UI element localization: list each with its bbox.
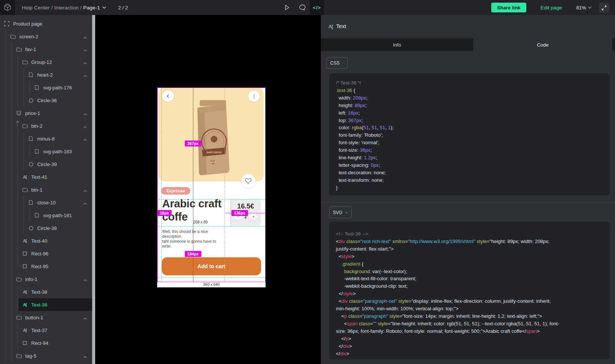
layer-row-close-10[interactable]: close-10 xyxy=(0,196,92,209)
zoom-control[interactable]: 81% xyxy=(576,0,592,15)
design-canvas[interactable]: NARI NAHUI ⋮ Expresso Arabic craft coffe… xyxy=(95,15,321,364)
layer-row-info-1[interactable]: info-1 xyxy=(0,273,92,285)
text-layer-icon: A[ xyxy=(22,289,28,295)
css-code-block[interactable]: /* Text-36 */.text-36 { width: 208px; he… xyxy=(329,73,610,195)
screen-size-label: 360 x 640 xyxy=(157,282,266,287)
chevron-down-icon xyxy=(102,6,106,9)
chevron-up-icon[interactable] xyxy=(83,188,87,193)
tree-guide-line xyxy=(24,196,24,209)
layer-row-Rect-96[interactable]: Rect-96 xyxy=(0,247,92,260)
layer-row-Product page[interactable]: Product page xyxy=(0,17,92,30)
quantity-stepper: − 2 + xyxy=(231,213,261,220)
tree-guide-line xyxy=(6,209,6,222)
layer-row-tag-5[interactable]: tag-5 xyxy=(0,349,92,362)
layer-row-Text-36[interactable]: A[Text-36 xyxy=(0,298,92,311)
layer-row-svg-path-181[interactable]: svg-path-181 xyxy=(0,209,92,222)
price-panel[interactable]: 16.5€ − 2 + xyxy=(231,199,261,226)
breadcrumb[interactable]: Help Center / Interaction / Page-1 xyxy=(22,0,106,15)
screen-frame[interactable]: NARI NAHUI ⋮ Expresso Arabic craft coffe… xyxy=(157,88,266,287)
coffee-bag-image: NARI NAHUI xyxy=(189,97,236,178)
tree-guide-line xyxy=(6,337,6,349)
sidebar-scrollbar[interactable] xyxy=(92,15,95,364)
tab-info[interactable]: Info xyxy=(321,38,473,51)
text-layer-icon: A[ xyxy=(22,174,28,180)
chevron-up-icon[interactable] xyxy=(83,316,87,321)
tree-guide-line xyxy=(12,234,12,247)
layer-label: svg-path-181 xyxy=(43,213,72,218)
svg-code-block[interactable]: <!-- Text-36 --><div class="root rich-te… xyxy=(329,222,610,359)
layer-label: Text-38 xyxy=(31,289,47,295)
svgfile-layer-icon xyxy=(34,212,40,218)
layer-row-Text-41[interactable]: A[Text-41 xyxy=(0,171,92,183)
code-line: </p> xyxy=(336,335,603,343)
tree-guide-line xyxy=(24,158,24,171)
chevron-up-icon[interactable] xyxy=(83,277,87,283)
add-to-cart-button[interactable]: Add to cart xyxy=(162,257,261,275)
code-line: width: 208px; xyxy=(336,94,603,102)
category-tag[interactable]: Expresso xyxy=(161,187,190,195)
layer-row-button-1[interactable]: button-1 xyxy=(0,311,92,324)
chevron-up-icon[interactable] xyxy=(83,73,87,79)
layer-row-btn-2[interactable]: btn-2 xyxy=(0,119,92,132)
share-link-button[interactable]: Share link xyxy=(491,3,526,12)
layer-row-price-1[interactable]: price-1 xyxy=(0,107,92,119)
layer-row-Text-38[interactable]: A[Text-38 xyxy=(0,285,92,298)
play-button[interactable] xyxy=(280,0,294,15)
layer-row-minus-8[interactable]: minus-8 xyxy=(0,132,92,145)
fullscreen-button[interactable] xyxy=(599,3,609,13)
product-image-area[interactable]: NARI NAHUI xyxy=(158,88,264,181)
tree-guide-line xyxy=(18,68,18,81)
css-format-dropdown[interactable]: CSS xyxy=(326,57,348,69)
expand-icon xyxy=(601,5,607,11)
rect-layer-icon xyxy=(22,340,28,346)
layer-row-Rect-94[interactable]: Rect-94 xyxy=(0,337,92,349)
code-line: .text-36 { xyxy=(336,87,603,94)
layer-row-Rect-95[interactable]: Rect-95 xyxy=(0,260,92,273)
back-button[interactable] xyxy=(162,91,174,102)
app-logo[interactable] xyxy=(0,0,15,15)
breadcrumb-page: Page-1 xyxy=(83,5,100,11)
product-title[interactable]: Arabic craft coffe xyxy=(162,197,229,224)
increase-quantity-button[interactable]: + xyxy=(250,213,257,220)
code-line: <span class="" style="line-height: inher… xyxy=(336,320,603,328)
chevron-up-icon[interactable] xyxy=(83,201,87,206)
tab-code[interactable]: Code xyxy=(473,38,612,51)
layer-row-heart-2[interactable]: heart-2 xyxy=(0,68,92,81)
layer-row-Group-12[interactable]: Group-12 xyxy=(0,56,92,68)
tree-guide-line xyxy=(12,209,12,222)
layer-row-Text-40[interactable]: A[Text-40 xyxy=(0,234,92,247)
svg-format-dropdown[interactable]: SVG xyxy=(329,207,352,218)
layer-label: Rect-94 xyxy=(31,340,49,346)
layer-row-svg-path-176[interactable]: svg-path-176 xyxy=(0,81,92,94)
comment-button[interactable] xyxy=(295,0,310,15)
code-line: font-size: 36px; xyxy=(336,147,603,154)
layer-label: Circle-36 xyxy=(37,98,57,103)
chevron-up-icon[interactable] xyxy=(83,354,87,359)
layer-row-screen-2[interactable]: screen-2 xyxy=(0,30,92,43)
layer-row-svg-path-183[interactable]: svg-path-183 xyxy=(0,145,92,158)
chevron-up-icon[interactable] xyxy=(83,47,87,53)
chevron-up-icon[interactable] xyxy=(83,111,87,117)
chevron-up-icon[interactable] xyxy=(83,124,87,130)
edit-page-link[interactable]: Edit page xyxy=(541,0,562,15)
favorite-button[interactable] xyxy=(241,174,255,188)
code-panel-toggle[interactable]: </> xyxy=(310,0,324,15)
layer-row-Circle-38[interactable]: Circle-38 xyxy=(0,222,92,234)
more-options-button[interactable]: ⋮ xyxy=(248,91,260,102)
layer-row-btn-1[interactable]: btn-1 xyxy=(0,183,92,196)
layer-label: heart-2 xyxy=(37,72,53,78)
layer-row-fav-1[interactable]: fav-1 xyxy=(0,43,92,56)
chevron-up-icon[interactable] xyxy=(83,137,87,142)
tree-guide-line xyxy=(12,107,12,119)
tree-guide-line xyxy=(12,337,12,349)
tree-guide-line xyxy=(18,183,18,196)
layer-row-Text-37[interactable]: A[Text-37 xyxy=(0,324,92,337)
tree-guide-line xyxy=(24,68,24,81)
tree-guide-line xyxy=(12,132,12,145)
decrease-quantity-button[interactable]: − xyxy=(234,213,241,220)
chevron-up-icon[interactable] xyxy=(83,60,87,66)
chevron-up-icon[interactable] xyxy=(83,35,87,40)
layer-row-Circle-36[interactable]: Circle-36 xyxy=(0,94,92,107)
layer-row-Circle-39[interactable]: Circle-39 xyxy=(0,158,92,171)
product-description: Well, this should be a nice description … xyxy=(162,229,226,249)
